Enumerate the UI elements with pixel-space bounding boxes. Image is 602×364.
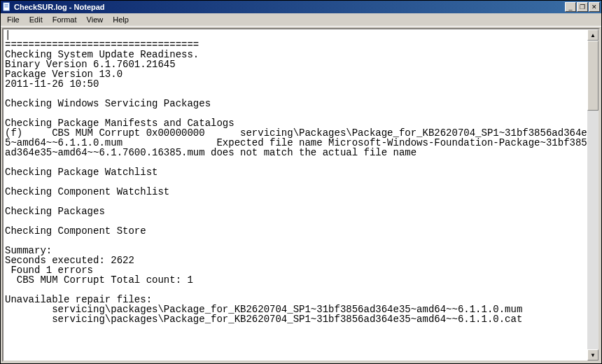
minimize-button[interactable]: _: [565, 2, 576, 12]
maximize-button[interactable]: ❐: [577, 2, 588, 12]
titlebar[interactable]: CheckSUR.log - Notepad _ ❐ ✕: [1, 1, 601, 13]
window-controls: _ ❐ ✕: [565, 2, 600, 12]
vertical-scrollbar[interactable]: ▲ ▼: [587, 29, 598, 360]
scroll-down-button[interactable]: ▼: [587, 349, 598, 360]
menu-file[interactable]: File: [2, 14, 24, 25]
text-area[interactable]: | ================================= Chec…: [4, 29, 587, 360]
content-border: | ================================= Chec…: [2, 28, 600, 362]
window-title: CheckSUR.log - Notepad: [14, 3, 565, 11]
close-button[interactable]: ✕: [589, 2, 600, 12]
scroll-thumb[interactable]: [587, 41, 598, 111]
menubar: File Edit Format View Help: [1, 13, 601, 27]
content-wrap: | ================================= Chec…: [1, 27, 601, 363]
menu-view[interactable]: View: [82, 14, 108, 25]
menu-help[interactable]: Help: [108, 14, 134, 25]
menu-format[interactable]: Format: [48, 14, 82, 25]
menu-edit[interactable]: Edit: [24, 14, 48, 25]
app-icon: [2, 2, 12, 12]
scroll-up-button[interactable]: ▲: [587, 29, 598, 41]
